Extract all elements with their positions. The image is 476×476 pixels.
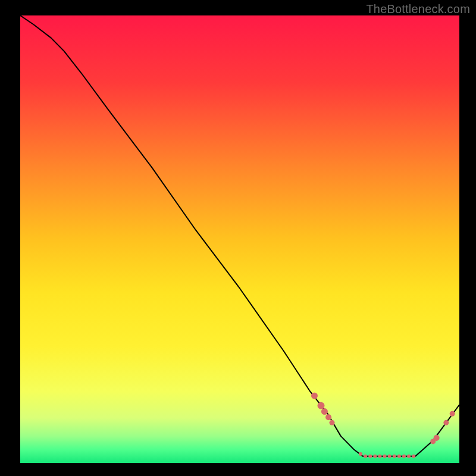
curve-marker — [318, 402, 325, 409]
curve-marker — [402, 455, 406, 458]
curve-marker — [373, 455, 377, 458]
curve-marker — [412, 455, 415, 458]
curve-marker — [368, 455, 372, 458]
curve-marker — [321, 408, 328, 415]
watermark-text: TheBottleneck.com — [366, 2, 470, 16]
curve-marker — [397, 455, 401, 458]
curve-marker — [393, 455, 396, 458]
curve-marker — [329, 420, 334, 425]
curve-marker — [388, 455, 392, 458]
curve-marker — [443, 420, 449, 425]
curve-marker — [364, 455, 367, 458]
chart-svg — [0, 0, 476, 476]
curve-marker — [378, 455, 381, 458]
curve-marker — [450, 411, 455, 416]
curve-marker — [311, 393, 318, 399]
plot-background — [20, 15, 459, 463]
curve-marker — [407, 455, 411, 458]
curve-marker — [434, 435, 440, 441]
curve-marker — [325, 414, 331, 420]
chart-frame: { "watermark": "TheBottleneck.com", "plo… — [0, 0, 476, 476]
curve-marker — [383, 455, 387, 458]
curve-marker — [359, 452, 362, 456]
